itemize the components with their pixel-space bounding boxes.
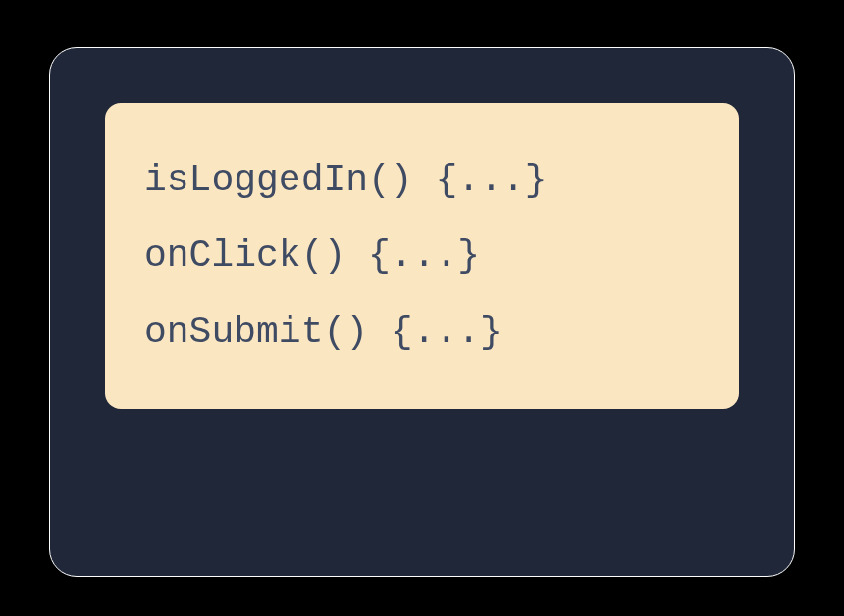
code-block: isLoggedIn() {...} onClick() {...} onSub…: [105, 103, 739, 409]
code-line: onSubmit() {...}: [144, 294, 700, 370]
code-panel: isLoggedIn() {...} onClick() {...} onSub…: [49, 47, 795, 577]
code-line: onClick() {...}: [144, 218, 700, 293]
code-line: isLoggedIn() {...}: [144, 142, 700, 218]
